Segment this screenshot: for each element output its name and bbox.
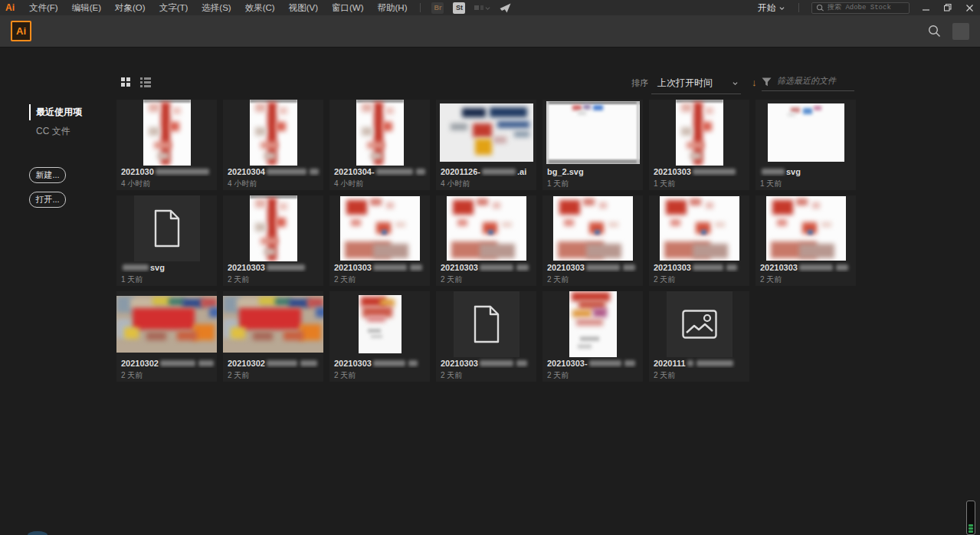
file-name: 20210302 xyxy=(116,357,217,368)
redacted-text xyxy=(687,360,693,366)
thumbnail-art xyxy=(676,100,723,166)
file-card[interactable]: 202103032 天前 xyxy=(436,195,536,286)
search-icon[interactable] xyxy=(927,24,942,38)
file-name: 20210303 xyxy=(542,261,643,272)
file-modified-time: 2 天前 xyxy=(329,272,430,285)
file-modified-time: 2 天前 xyxy=(542,368,643,381)
file-card[interactable]: 202103032 天前 xyxy=(649,195,749,286)
file-card[interactable]: 202103032 天前 xyxy=(329,291,430,382)
file-name: 20210304- xyxy=(329,166,430,176)
start-workspace-button[interactable]: 开始 xyxy=(750,2,792,14)
file-card[interactable]: 202103044 小时前 xyxy=(223,100,323,190)
redacted-text xyxy=(123,264,149,271)
thumbnail-art xyxy=(546,101,640,164)
file-thumbnail xyxy=(755,100,856,166)
redacted-text xyxy=(156,169,209,175)
file-card[interactable]: 20210304 小时前 xyxy=(116,100,217,190)
redacted-text xyxy=(516,360,527,366)
redacted-text xyxy=(693,264,723,271)
thumbnail-art xyxy=(356,100,404,166)
list-view-button[interactable] xyxy=(140,77,151,87)
file-card[interactable]: 202103032 天前 xyxy=(542,195,643,286)
sort-dropdown[interactable]: 上次打开时间 xyxy=(651,76,741,94)
redacted-text xyxy=(726,264,737,271)
sidebar-item-0[interactable]: 最近使用项 xyxy=(29,104,113,120)
new-file-button[interactable]: 新建... xyxy=(29,167,66,183)
thumbnail-art xyxy=(116,296,217,353)
file-thumbnail xyxy=(116,291,217,357)
file-modified-time: 2 天前 xyxy=(436,368,536,381)
file-card[interactable]: 202103032 天前 xyxy=(755,195,856,286)
file-name: 20210303 xyxy=(436,261,536,272)
file-card[interactable]: 202103031 天前 xyxy=(649,100,749,190)
menu-item-3[interactable]: 文字(T) xyxy=(152,2,195,14)
menu-item-1[interactable]: 编辑(E) xyxy=(65,2,108,14)
close-button[interactable] xyxy=(959,0,980,15)
menu-item-0[interactable]: 文件(F) xyxy=(22,2,65,14)
divider xyxy=(420,3,421,12)
file-modified-time: 2 天前 xyxy=(223,272,323,285)
file-thumbnail xyxy=(436,195,536,261)
file-thumbnail xyxy=(755,195,856,261)
thumbnail-art xyxy=(447,196,526,261)
stock-icon[interactable]: St xyxy=(453,2,465,14)
file-card[interactable]: svg1 天前 xyxy=(755,100,856,190)
file-modified-time: 4 小时前 xyxy=(223,176,323,189)
redacted-text xyxy=(416,169,425,175)
thumbnail-art xyxy=(768,103,844,162)
menu-item-7[interactable]: 窗口(W) xyxy=(325,2,371,14)
file-card[interactable]: 20210303-2 天前 xyxy=(542,291,643,382)
file-modified-time: 2 天前 xyxy=(329,368,430,381)
menu-item-6[interactable]: 视图(V) xyxy=(282,2,325,14)
menu-item-8[interactable]: 帮助(H) xyxy=(371,2,415,14)
file-name: 20210303 xyxy=(649,166,749,176)
menu-item-4[interactable]: 选择(S) xyxy=(195,2,238,14)
sort-direction-button[interactable]: ↓ xyxy=(752,76,757,88)
stock-search-input[interactable] xyxy=(828,4,904,11)
bridge-icon[interactable]: Br xyxy=(431,2,444,14)
sort-value: 上次打开时间 xyxy=(657,77,713,90)
file-card[interactable]: 202103022 天前 xyxy=(116,291,217,382)
file-card[interactable]: 202103032 天前 xyxy=(329,195,430,286)
open-file-button[interactable]: 打开... xyxy=(29,192,66,208)
redacted-text xyxy=(267,264,305,271)
chevron-down-icon xyxy=(733,80,738,86)
image-icon xyxy=(682,310,717,339)
avatar[interactable] xyxy=(952,23,969,40)
sidebar-item-1[interactable]: CC 文件 xyxy=(29,123,113,139)
minimize-button[interactable] xyxy=(916,0,937,15)
filter-recent-files[interactable] xyxy=(762,76,854,91)
file-card[interactable]: 202103022 天前 xyxy=(223,291,323,382)
file-modified-time: 2 天前 xyxy=(116,368,217,381)
file-name: svg xyxy=(755,166,856,176)
file-thumbnail xyxy=(223,291,323,357)
filter-input[interactable] xyxy=(777,76,851,85)
redacted-text xyxy=(624,360,635,366)
file-card[interactable]: bg_2.svg1 天前 xyxy=(542,100,643,190)
menu-item-5[interactable]: 效果(C) xyxy=(238,2,282,14)
file-card[interactable]: 20210304-4 小时前 xyxy=(329,100,430,190)
adobe-stock-search[interactable] xyxy=(811,2,910,14)
workspace-switcher-icon[interactable] xyxy=(474,5,490,11)
grid-view-button[interactable] xyxy=(121,77,130,87)
share-icon[interactable] xyxy=(500,3,511,13)
menu-item-2[interactable]: 对象(O) xyxy=(108,2,152,14)
document-icon xyxy=(471,305,502,343)
redacted-text xyxy=(267,169,306,175)
image-file-placeholder xyxy=(667,291,733,357)
redacted-text xyxy=(799,264,833,271)
file-card[interactable]: svg1 天前 xyxy=(116,195,217,286)
file-card[interactable]: 20201126-.ai4 小时前 xyxy=(436,100,536,190)
menu-items: 文件(F)编辑(E)对象(O)文字(T)选择(S)效果(C)视图(V)窗口(W)… xyxy=(22,2,414,14)
illustrator-app-icon[interactable]: Ai xyxy=(11,21,31,41)
file-card[interactable]: 202103032 天前 xyxy=(436,291,536,382)
redacted-text xyxy=(410,264,422,271)
file-thumbnail xyxy=(329,291,430,357)
restore-button[interactable] xyxy=(937,0,959,15)
file-thumbnail xyxy=(329,195,430,261)
redacted-text xyxy=(762,169,785,175)
file-card[interactable]: 20201112 天前 xyxy=(649,291,749,382)
file-card[interactable]: 202103032 天前 xyxy=(223,195,323,286)
chevron-down-icon xyxy=(779,5,785,11)
file-thumbnail xyxy=(116,195,217,261)
